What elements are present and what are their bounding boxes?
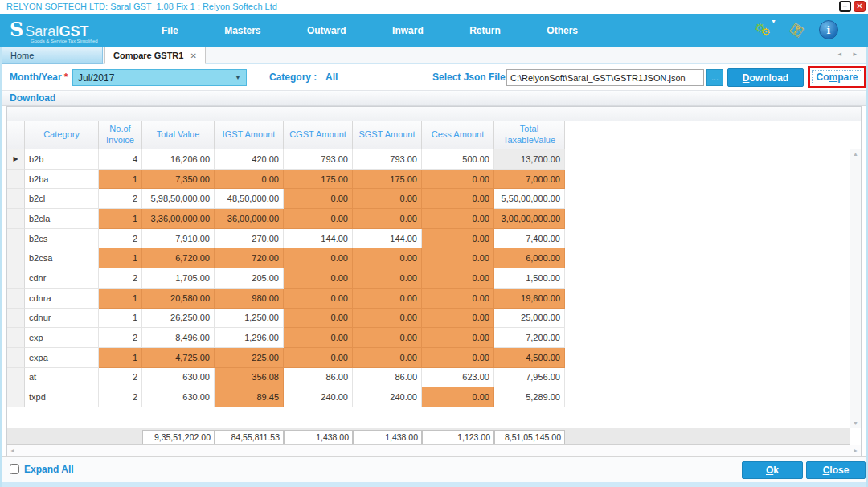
cell-value: 1 [99,309,142,329]
cell-value: 8,496.00 [142,328,215,348]
window-bottom-border [2,482,866,487]
table-row-b2cl[interactable]: b2cl25,98,50,000.0048,50,000.000.000.000… [7,189,565,209]
json-file-path-input[interactable] [506,69,704,86]
scroll-up-icon[interactable]: ▲ [850,151,861,157]
keys-icon[interactable]: ⚿ [786,19,807,40]
cell-value: 20,580.00 [142,289,215,309]
table-row-cdnr[interactable]: cdnr21,705.00205.000.000.000.001,500.00 [7,268,565,289]
cell-category: txpd [25,387,99,407]
content-frame: Home Compare GSTR1 ✕ ◂ ▸ Month/Year* Jul… [0,47,868,487]
cell-value: 2 [99,328,142,348]
cell-value: 5,98,50,000.00 [142,189,215,209]
table-row-cdnur[interactable]: cdnur126,250.001,250.000.000.000.0025,00… [7,309,565,329]
cell-value: 205.00 [215,268,284,289]
download-group-header[interactable]: Download [2,90,866,106]
expand-all-checkbox[interactable] [10,464,19,474]
cell-value: 175.00 [353,170,422,190]
close-window-button[interactable]: ✕ [854,1,866,12]
menu-item-file[interactable]: File [157,22,183,39]
cell-value: 1 [99,289,142,309]
table-row-exp[interactable]: exp28,496.001,296.000.000.000.007,200.00 [7,328,565,348]
cell-value: 19,600.00 [494,289,565,309]
application-window: RELYON SOFTECH LTD: Saral GST 1.08 Fix 1… [0,0,868,487]
menu-item-inward[interactable]: Inward [387,22,428,39]
cell-value: 2 [99,387,142,407]
cell-value: 0.00 [422,229,494,249]
cell-value: 2 [99,189,142,209]
row-indicator [7,387,25,407]
cell-category: b2csa [25,248,99,268]
column-header-total-taxablevalue[interactable]: TotalTaxableValue [494,121,565,149]
month-year-dropdown[interactable]: Jul/2017 ▼ [72,69,247,86]
menu-item-return[interactable]: Return [465,22,506,39]
scroll-right-icon[interactable]: ► [853,448,858,453]
table-row-b2cla[interactable]: b2cla13,36,00,000.0036,00,000.000.000.00… [7,209,565,229]
table-row-at[interactable]: at2630.00356.0886.0086.00623.007,956.00 [7,368,565,388]
footer-bar: Expand All Ok Close [2,456,866,482]
table-row-txpd[interactable]: txpd2630.0089.45240.00240.000.005,289.00 [7,387,565,407]
table-row-b2ba[interactable]: b2ba17,350.000.00175.00175.000.007,000.0… [7,170,565,190]
cell-value: 0.00 [284,189,353,209]
cell-category: b2cs [25,229,99,249]
tab-compare-gstr1[interactable]: Compare GSTR1 ✕ [104,47,206,64]
cell-value: 48,50,000.00 [215,189,284,209]
column-header-igst-amount[interactable]: IGST Amount [215,121,284,149]
cell-value: 3,36,00,000.00 [142,209,215,229]
cell-category: at [25,368,99,388]
table-row-expa[interactable]: expa14,725.00225.000.000.000.004,500.00 [7,348,565,368]
cell-value: 175.00 [284,170,353,190]
column-header-total-value[interactable]: Total Value [142,121,215,149]
menu-item-masters[interactable]: Masters [219,22,265,39]
select-json-file-label: Select Json File [432,72,506,83]
scroll-down-icon[interactable]: ▼ [850,420,861,426]
row-indicator [7,209,25,229]
browse-button[interactable]: ... [706,69,723,86]
cell-value: 0.00 [353,209,422,229]
grid-group-panel [7,107,861,121]
info-button[interactable]: i [818,19,839,40]
minimize-button[interactable]: − [839,1,851,12]
menu-item-outward[interactable]: Outward [302,22,351,39]
cell-value: 0.00 [353,268,422,289]
expand-all-label: Expand All [24,464,74,475]
grid-header-row: CategoryNo.ofInvoiceTotal ValueIGST Amou… [7,121,565,149]
settings-gears-icon[interactable]: ⚙ ⚙ ▼ [754,19,775,40]
table-row-b2b[interactable]: ▶b2b416,206.00420.00793.00793.00500.0013… [7,149,565,170]
grid-totals-row: 9,35,51,202.0084,55,811.531,438.001,438.… [7,428,850,445]
cell-value: 4 [99,149,142,170]
download-button[interactable]: Download [727,68,804,87]
close-button[interactable]: Close [806,461,866,479]
table-row-b2cs[interactable]: b2cs27,910.00270.00144.00144.000.007,400… [7,229,565,249]
tab-nav-arrows-icon[interactable]: ◂ ▸ [837,50,862,58]
cell-category: exp [25,328,99,348]
cell-value: 4,500.00 [494,348,565,368]
column-header-sgst-amount[interactable]: SGST Amount [353,121,422,149]
cell-value: 356.08 [215,368,284,388]
column-header-cess-amount[interactable]: Cess Amount [422,121,494,149]
column-header-category[interactable]: Category [25,121,99,149]
cell-value: 0.00 [284,268,353,289]
cell-value: 0.00 [422,248,494,268]
cell-value: 6,720.00 [142,248,215,268]
cell-value: 420.00 [215,149,284,170]
cell-category: b2b [25,149,99,170]
cell-value: 1,500.00 [494,268,565,289]
ok-button[interactable]: Ok [742,461,803,479]
compare-button[interactable]: Compare [812,70,862,84]
row-indicator [7,328,25,348]
table-row-b2csa[interactable]: b2csa16,720.00720.000.000.000.006,000.00 [7,248,565,268]
close-icon: ✕ [856,2,862,10]
cell-category: expa [25,348,99,368]
menu-item-others[interactable]: Others [542,22,583,39]
app-logo: S Saral GST Goods & Service Tax Simplifi… [10,18,98,43]
column-header-no-of-invoice[interactable]: No.ofInvoice [99,121,142,149]
table-row-cdnra[interactable]: cdnra120,580.00980.000.000.000.0019,600.… [7,289,565,309]
column-header-cgst-amount[interactable]: CGST Amount [284,121,353,149]
scroll-left-icon[interactable]: ◄ [10,448,15,453]
vertical-scrollbar[interactable]: ▲ ▼ [850,149,861,428]
tab-close-icon[interactable]: ✕ [190,51,197,60]
horizontal-scrollbar[interactable]: ◄ ► [7,445,861,456]
chevron-down-icon: ▼ [235,74,241,81]
cell-value: 4,725.00 [142,348,215,368]
tab-home[interactable]: Home [2,47,103,64]
